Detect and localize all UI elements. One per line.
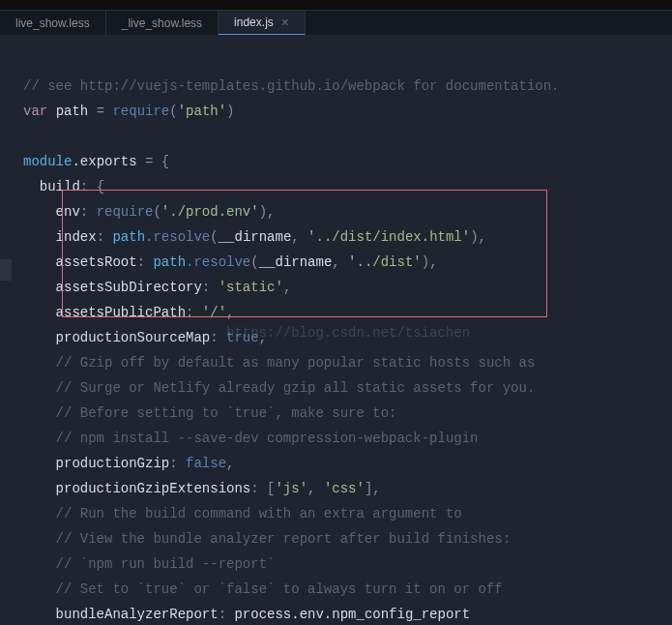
fn: require [112, 104, 169, 119]
ident: module [23, 154, 72, 169]
str: 'path' [178, 104, 226, 119]
ident: path [56, 104, 89, 119]
ident: .exports [72, 154, 136, 169]
ident: __dirname [259, 254, 333, 270]
key: productionGzipExtensions [56, 481, 251, 496]
str: './prod.env' [161, 204, 259, 220]
tab-index-js[interactable]: index.js × [219, 11, 306, 35]
paren: ( [169, 104, 177, 119]
tab-label: live_show.less [15, 16, 90, 30]
key: build [40, 179, 80, 194]
comment: // Run the build command with an extra a… [56, 506, 462, 521]
key: assetsRoot [56, 254, 137, 270]
tab-label: _live_show.less [122, 16, 202, 30]
comment: // View the bundle analyzer report after… [56, 531, 511, 547]
key: productionGzip [56, 456, 170, 471]
ident: process.env.npm_config_report [234, 607, 470, 622]
key: assetsSubDirectory [56, 280, 202, 295]
code-editor[interactable]: // see http://vuejs-templates.github.io/… [0, 35, 672, 625]
str: 'static' [219, 280, 283, 295]
kw: var [23, 104, 47, 119]
str: 'js' [275, 481, 307, 496]
fn: require [97, 204, 154, 220]
comment: // `npm run build --report` [56, 556, 276, 572]
key: index [56, 229, 97, 245]
paren: ) [226, 104, 234, 119]
obj: path [153, 254, 186, 270]
comment: // npm install --save-dev compression-we… [56, 431, 479, 446]
obj: path [112, 229, 145, 245]
menubar [0, 0, 672, 10]
method: .resolve [186, 254, 250, 270]
ident: __dirname [219, 229, 292, 245]
bool: false [186, 456, 226, 471]
comment: // Surge or Netlify already gzip all sta… [56, 380, 536, 396]
str: '../dist' [348, 254, 422, 270]
tab-live-show-2[interactable]: _live_show.less [106, 11, 219, 35]
str: '/' [202, 305, 226, 320]
punct: = [88, 104, 112, 119]
str: '../dist/index.html' [307, 229, 470, 245]
key: env [56, 204, 80, 220]
str: 'css' [324, 481, 365, 496]
active-line-marker [0, 259, 12, 281]
comment: // Before setting to `true`, make sure t… [56, 405, 397, 421]
comment: // Gzip off by default as many popular s… [56, 355, 536, 371]
bool: true [226, 330, 259, 345]
close-icon[interactable]: × [281, 15, 289, 29]
code-content[interactable]: // see http://vuejs-templates.github.io/… [19, 35, 560, 625]
tab-bar: live_show.less _live_show.less index.js … [0, 10, 672, 35]
tab-live-show[interactable]: live_show.less [0, 11, 106, 35]
key: assetsPublicPath [56, 305, 186, 320]
key: productionSourceMap [56, 330, 211, 345]
method: .resolve [145, 229, 210, 245]
key: bundleAnalyzerReport [56, 607, 219, 622]
comment: // see http://vuejs-templates.github.io/… [23, 78, 560, 94]
tab-label: index.js [234, 15, 274, 29]
punct: = { [137, 154, 170, 169]
punct: : { [80, 179, 104, 194]
comment: // Set to `true` or `false` to always tu… [56, 581, 503, 597]
gutter [0, 35, 19, 625]
